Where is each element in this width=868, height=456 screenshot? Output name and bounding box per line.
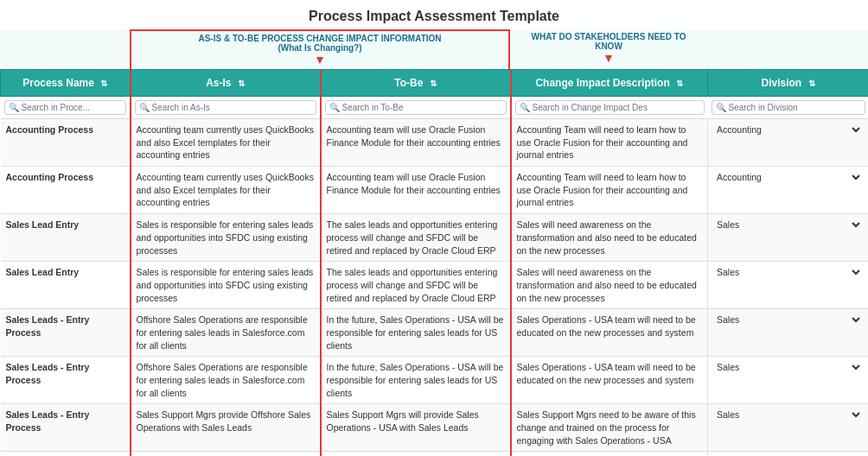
group-header-stakeholders: WHAT DO STAKEHOLDERS NEED TO KNOW ▼ [510, 29, 707, 69]
cell-impact: Sales Support Mgrs need to be aware of t… [511, 404, 708, 452]
group-header-spacer [707, 29, 868, 69]
cell-asis: Offshore Sales Operations are responsibl… [131, 357, 321, 404]
col-header-asis[interactable]: As-Is ⇅ [131, 70, 321, 97]
search-cell-tobe: 🔍 [321, 97, 511, 119]
search-cell-process: 🔍 [1, 97, 131, 119]
table-row: Sales Leads - Entry ProcessOffshore Sale… [1, 309, 869, 357]
cell-process: Sales Leads - Entry Process [1, 309, 131, 357]
cell-impact: Sales Operations - USA team will need to… [511, 309, 708, 357]
search-input-impact[interactable] [533, 103, 700, 112]
division-select[interactable]: Sales [713, 361, 863, 373]
cell-impact: Sales Support Mgrs need to be aware of t… [511, 452, 708, 456]
search-input-tobe[interactable] [342, 103, 502, 112]
cell-tobe: Sales Support Mgrs will provide Sales Op… [321, 404, 511, 452]
cell-division[interactable]: Sales [708, 309, 869, 357]
division-select[interactable]: Accounting [713, 171, 863, 183]
table-row: Sales Leads - Entry ProcessSales Support… [1, 404, 869, 452]
search-input-process[interactable] [22, 103, 122, 112]
cell-division[interactable]: Sales [708, 404, 869, 452]
sort-icon-tobe[interactable]: ⇅ [430, 79, 437, 88]
main-table-container: Process Name ⇅ As-Is ⇅ To-Be ⇅ Change Im… [0, 69, 868, 456]
cell-process: Sales Leads - Entry Process [1, 452, 131, 456]
search-icon-asis: 🔍 [139, 103, 150, 112]
cell-division[interactable]: Accounting [708, 119, 869, 167]
division-select[interactable]: Sales [713, 266, 863, 278]
cell-tobe: Accounting team will use Oracle Fusion F… [321, 119, 511, 167]
cell-process: Sales Lead Entry [1, 262, 131, 309]
sort-icon-impact[interactable]: ⇅ [676, 79, 683, 88]
search-box-asis: 🔍 [135, 100, 316, 115]
division-select[interactable]: Sales [713, 218, 863, 231]
cell-division[interactable]: Accounting [708, 167, 869, 214]
cell-asis: Sales is responsible for entering sales … [131, 262, 321, 309]
search-icon-tobe: 🔍 [329, 103, 340, 112]
cell-impact: Accounting Team will need to learn how t… [511, 119, 708, 167]
column-headers-row: Process Name ⇅ As-Is ⇅ To-Be ⇅ Change Im… [1, 70, 869, 97]
cell-division[interactable]: Sales [708, 357, 869, 404]
cell-impact: Sales Operations - USA team will need to… [511, 357, 708, 404]
search-row: 🔍 🔍 🔍 [1, 97, 869, 119]
table-row: Accounting ProcessAccounting team curren… [1, 167, 869, 214]
search-box-impact: 🔍 [515, 100, 705, 115]
cell-process: Sales Lead Entry [1, 214, 131, 262]
cell-process: Accounting Process [1, 119, 131, 167]
sort-icon-asis[interactable]: ⇅ [238, 79, 245, 88]
cell-process: Sales Leads - Entry Process [1, 357, 131, 404]
search-input-division[interactable] [729, 103, 861, 112]
col-header-tobe[interactable]: To-Be ⇅ [321, 70, 511, 97]
search-box-division: 🔍 [712, 100, 865, 115]
cell-division[interactable]: Sales [708, 452, 869, 456]
cell-tobe: Sales Support Mgrs will provide Sales Op… [321, 452, 511, 456]
cell-division[interactable]: Sales [708, 214, 869, 262]
group-header-asis: AS-IS & TO-BE PROCESS CHANGE IMPACT INFO… [130, 29, 510, 69]
division-select[interactable]: Sales [713, 314, 863, 326]
search-cell-asis: 🔍 [131, 97, 321, 119]
arrow-stakeholders: ▼ [603, 51, 615, 65]
cell-asis: Sales is responsible for entering sales … [131, 214, 321, 262]
cell-tobe: The sales leads and opportunities enteri… [321, 262, 511, 309]
sort-icon-process[interactable]: ⇅ [100, 79, 107, 88]
search-input-asis[interactable] [152, 103, 312, 112]
table-row: Sales Leads - Entry ProcessOffshore Sale… [1, 357, 869, 404]
search-cell-division: 🔍 [708, 97, 869, 119]
col-header-process[interactable]: Process Name ⇅ [1, 70, 131, 97]
search-icon-process: 🔍 [9, 103, 19, 112]
cell-tobe: In the future, Sales Operations - USA wi… [321, 357, 511, 404]
search-box-tobe: 🔍 [325, 100, 507, 115]
page-title: Process Impact Assessment Template [0, 0, 868, 29]
cell-division[interactable]: Sales [708, 262, 869, 309]
search-cell-impact: 🔍 [511, 97, 708, 119]
sort-icon-division[interactable]: ⇅ [808, 79, 815, 88]
table-row: Sales Lead EntrySales is responsible for… [1, 214, 869, 262]
cell-process: Accounting Process [1, 167, 131, 214]
cell-process: Sales Leads - Entry Process [1, 404, 131, 452]
cell-asis: Accounting team currently uses QuickBook… [131, 167, 321, 214]
cell-tobe: In the future, Sales Operations - USA wi… [321, 309, 511, 357]
cell-tobe: The sales leads and opportunities enteri… [321, 214, 511, 262]
table-row: Accounting ProcessAccounting team curren… [1, 119, 869, 167]
cell-asis: Sales Support Mgrs provide Offshore Sale… [131, 452, 321, 456]
search-icon-impact: 🔍 [520, 103, 530, 112]
arrow-asis: ▼ [314, 53, 326, 66]
cell-asis: Offshore Sales Operations are responsibl… [131, 309, 321, 357]
cell-asis: Sales Support Mgrs provide Offshore Sale… [131, 404, 321, 452]
col-header-division[interactable]: Division ⇅ [708, 70, 869, 97]
cell-asis: Accounting team currently uses QuickBook… [131, 119, 321, 167]
cell-impact: Accounting Team will need to learn how t… [511, 167, 708, 214]
cell-tobe: Accounting team will use Oracle Fusion F… [321, 167, 511, 214]
col-header-impact[interactable]: Change Impact Description ⇅ [511, 70, 708, 97]
cell-impact: Sales will need awareness on the transfo… [511, 214, 708, 262]
table-row: Sales Lead EntrySales is responsible for… [1, 262, 869, 309]
division-select[interactable]: Sales [713, 408, 863, 421]
table-body: Accounting ProcessAccounting team curren… [1, 119, 869, 457]
cell-impact: Sales will need awareness on the transfo… [511, 262, 708, 309]
search-icon-division: 🔍 [716, 103, 726, 112]
table-row: Sales Leads - Entry ProcessSales Support… [1, 452, 869, 456]
search-box-process: 🔍 [4, 100, 126, 115]
division-select[interactable]: Accounting [713, 124, 863, 136]
